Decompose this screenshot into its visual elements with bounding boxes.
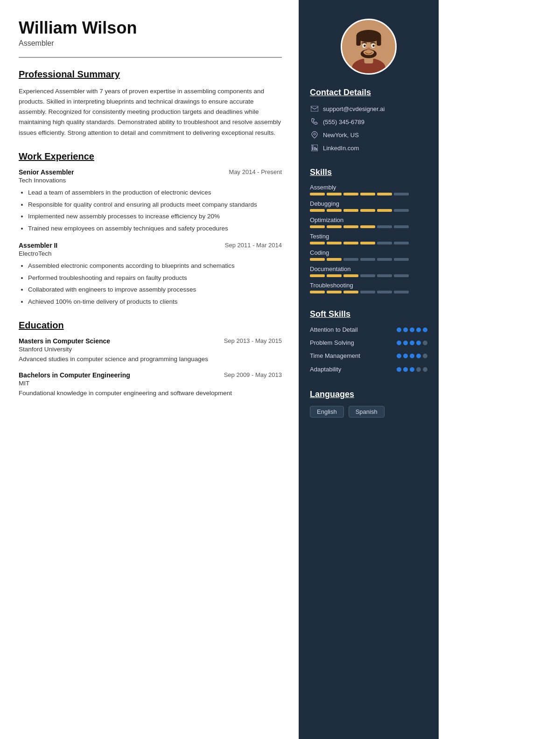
soft-skill-dots [397,328,427,332]
skills-title: Skills [310,167,427,177]
job-bullet-0-3: Trained new employees on assembly techni… [28,223,282,234]
skill-bar [310,274,427,277]
skill-segment [377,242,392,244]
skill-bar [310,225,427,228]
education-section: Education Masters in Computer Science Se… [19,320,282,398]
skill-segment [394,274,409,277]
phone-icon [310,117,319,126]
soft-skill-item: Time Management [310,352,427,360]
soft-skill-name: Adaptability [310,365,393,374]
skill-segment [377,193,392,195]
soft-skill-dot [423,341,427,345]
svg-rect-5 [356,36,361,46]
skill-segment [310,225,325,228]
soft-skill-dot [416,328,421,332]
soft-skill-dot [403,367,408,372]
skill-segment [310,258,325,261]
work-experience-title: Work Experience [19,151,282,162]
skill-bar [310,291,427,293]
job-bullet-1-0: Assembled electronic components accordin… [28,261,282,271]
skill-segment [343,193,358,195]
skill-segment [327,291,342,293]
soft-skill-dot [397,354,401,358]
contact-linkedin: LinkedIn.com [310,143,427,153]
work-experience-section: Work Experience Senior Assembler May 201… [19,151,282,307]
job-title-0: Senior Assembler [19,168,74,176]
skill-segment [360,291,375,293]
soft-skill-item: Problem Solving [310,339,427,347]
left-column: William Wilson Assembler Professional Su… [0,0,299,739]
avatar-image [342,19,395,75]
soft-skill-item: Attention to Detail [310,326,427,334]
skill-segment [394,242,409,244]
soft-skills-title: Soft Skills [310,309,427,319]
languages-title: Languages [310,390,427,399]
soft-skill-dot [423,367,427,372]
job-bullet-0-0: Lead a team of assemblers in the product… [28,188,282,198]
svg-point-15 [314,133,315,135]
job-item-1: Assembler II Sep 2011 - Mar 2014 Electro… [19,242,282,307]
contact-section: Contact Details support@cvdesigner.ai (5… [310,88,427,156]
soft-skill-dots [397,367,427,372]
skill-segment [343,209,358,212]
edu-desc-1: Foundational knowledge in computer engin… [19,389,282,398]
skill-name: Troubleshooting [310,282,427,289]
soft-skill-dot [423,354,427,358]
contact-location-value: NewYork, US [323,132,359,139]
skill-item: Coding [310,249,427,261]
skill-segment [310,242,325,244]
skills-section: Skills AssemblyDebuggingOptimizationTest… [310,167,427,298]
soft-skill-dot [416,341,421,345]
job-company-1: ElectroTech [19,250,282,257]
svg-rect-6 [377,36,381,46]
svg-point-11 [364,45,366,47]
skill-segment [310,274,325,277]
svg-rect-14 [311,106,318,112]
linkedin-icon [310,143,319,153]
skill-segment [377,225,392,228]
job-bullet-1-1: Performed troubleshooting and repairs on… [28,273,282,283]
skill-bar [310,242,427,244]
job-bullet-1-3: Achieved 100% on-time delivery of produc… [28,297,282,307]
skill-item: Troubleshooting [310,282,427,293]
summary-section: Professional Summary Experienced Assembl… [19,69,282,138]
language-tag: Spanish [349,406,385,418]
job-bullet-0-2: Implemented new assembly processes to in… [28,211,282,222]
skill-segment [360,193,375,195]
edu-degree-0: Masters in Computer Science [19,337,110,345]
email-icon [310,104,319,113]
skill-segment [343,242,358,244]
skill-segment [377,291,392,293]
languages-list: EnglishSpanish [310,406,427,418]
skill-name: Optimization [310,216,427,223]
avatar [341,19,397,75]
soft-skill-dot [423,328,427,332]
edu-item-0: Masters in Computer Science Sep 2013 - M… [19,337,282,364]
soft-skill-name: Time Management [310,352,393,360]
skill-item: Debugging [310,200,427,212]
soft-skill-dot [410,341,414,345]
soft-skill-dot [410,328,414,332]
skill-item: Assembly [310,184,427,195]
soft-skill-dots [397,341,427,345]
soft-skill-dot [397,367,401,372]
job-bullet-1-2: Collaborated with engineers to improve a… [28,285,282,295]
skill-segment [310,209,325,212]
edu-school-0: Stanford University [19,346,282,353]
job-bullet-0-1: Responsible for quality control and ensu… [28,200,282,210]
soft-skill-name: Attention to Detail [310,326,393,334]
edu-dates-1: Sep 2009 - May 2013 [224,371,282,378]
skill-segment [360,209,375,212]
job-bullets-0: Lead a team of assemblers in the product… [19,188,282,233]
skill-segment [327,258,342,261]
svg-rect-17 [312,147,314,150]
skill-name: Coding [310,249,427,256]
skill-segment [360,242,375,244]
skill-name: Debugging [310,200,427,207]
education-title: Education [19,320,282,331]
skill-segment [394,209,409,212]
contact-email: support@cvdesigner.ai [310,104,427,113]
skill-segment [327,209,342,212]
soft-skill-dot [410,367,414,372]
soft-skill-item: Adaptability [310,365,427,374]
